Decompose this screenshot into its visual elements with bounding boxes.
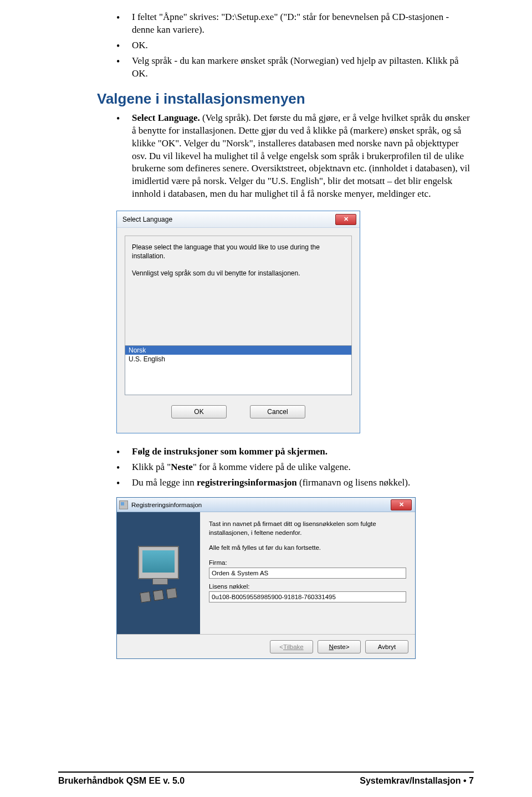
list-item: OK. [116,39,474,52]
dialog-titlebar: Registreringsinformasjon ✕ [117,498,415,512]
firma-label: Firma: [209,559,406,566]
dialog-inner-panel: Please select the language that you woul… [125,236,352,395]
footer-left: Brukerhåndbok QSM EE v. 5.0 [58,776,185,786]
list-item: Velg språk - du kan markere ønsket språk… [116,55,474,80]
dialog-instruction-2: Alle felt må fylles ut før du kan fortse… [209,544,406,553]
lisens-label: Lisens nøkkel: [209,583,406,590]
close-button[interactable]: ✕ [391,499,412,510]
dialog-form-panel: Tast inn navnet på firmaet ditt og lisen… [200,512,415,634]
floppy-icon [140,591,151,602]
section-heading: Valgene i installasjonsmenyen [97,90,474,108]
list-item-norsk[interactable]: Norsk [125,346,351,355]
cancel-button[interactable]: Avbryt [365,640,408,653]
setup-icon [119,500,128,509]
page-footer: Brukerhåndbok QSM EE v. 5.0 Systemkrav/I… [0,772,532,786]
footer-right: Systemkrav/Installasjon • 7 [360,776,474,786]
list-item: Du må legge inn registreringsinformasjon… [116,477,474,489]
list-item: Følg de instruksjoner som kommer på skje… [116,446,474,458]
list-item: Select Language. (Velg språk). Det først… [116,112,474,201]
lisens-input[interactable] [209,591,406,602]
bullet-lead-bold: Select Language. [132,113,200,123]
bullet-text: (Velg språk). Det første du må gjøre, er… [132,113,470,200]
disks-icon [140,588,177,603]
top-bullet-list: I feltet "Åpne" skrives: "D:\Setup.exe" … [116,11,474,80]
close-button[interactable]: ✕ [335,214,356,225]
close-icon: ✕ [399,501,404,508]
dialog-sidebar-graphic [117,512,200,634]
dialog-button-row: OK Cancel [125,395,352,425]
next-button[interactable]: Neste> [318,640,361,653]
bullet-text: Klikk på " [132,462,171,472]
next-label: Neste> [329,643,350,650]
floppy-icon [166,588,177,599]
bullet-text: (firmanavn og lisens nøkkel). [297,477,410,488]
cancel-button[interactable]: Cancel [250,405,305,418]
dialog-instruction-1: Tast inn navnet på firmaet ditt og lisen… [209,520,406,537]
lang-bullet-list: Select Language. (Velg språk). Det først… [116,112,474,201]
dialog-instruction-no: Vennligst velg språk som du vil benytte … [132,269,345,278]
page-content: I feltet "Åpne" skrives: "D:\Setup.exe" … [0,0,532,659]
mid-bullet-list: Følg de instruksjoner som kommer på skje… [116,446,474,489]
bullet-bold: Neste [171,462,193,472]
back-button[interactable]: <Tilbake [270,640,313,653]
back-label: Tilbake [283,643,304,650]
select-language-dialog: Select Language ✕ Please select the lang… [116,211,360,433]
dialog-body: Tast inn navnet på firmaet ditt og lisen… [117,512,415,634]
bullet-text: " for å komme videre på de ulike valgene… [193,462,351,472]
language-listbox[interactable]: Norsk U.S. English [125,345,352,395]
floppy-icon [153,590,164,601]
dialog-button-row: <Tilbake Neste> Avbryt [117,634,415,658]
dialog-title: Select Language [122,216,172,223]
bullet-text: Du må legge inn [132,477,197,488]
registration-dialog: Registreringsinformasjon ✕ Tast inn navn… [116,497,416,659]
ok-button[interactable]: OK [171,405,227,418]
bullet-bold: Følg de instruksjoner som kommer på skje… [132,446,328,457]
list-item: Klikk på "Neste" for å komme videre på d… [116,461,474,474]
close-icon: ✕ [344,216,349,223]
dialog-instruction-en: Please select the language that you woul… [132,243,345,260]
dialog-body: Please select the language that you woul… [117,228,360,433]
firma-input[interactable] [209,568,406,579]
list-item: I feltet "Åpne" skrives: "D:\Setup.exe" … [116,11,474,37]
list-item-english[interactable]: U.S. English [125,355,351,364]
dialog-title: Registreringsinformasjon [131,502,202,508]
dialog-titlebar: Select Language ✕ [117,211,360,228]
bullet-bold: registreringsinformasjon [197,477,297,488]
monitor-icon [138,546,179,579]
